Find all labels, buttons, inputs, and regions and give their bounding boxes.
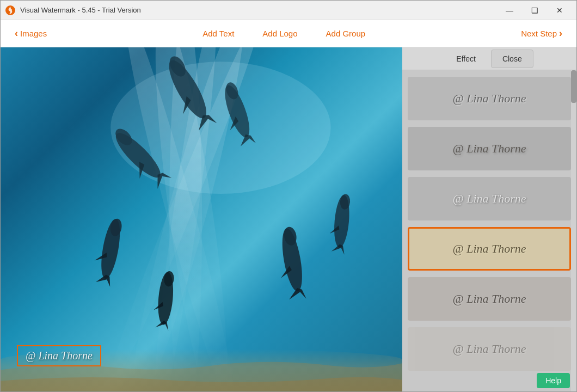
toolbar-right: Next Step › [515, 24, 568, 42]
preset-label-5: @ Lina Thorne [452, 292, 526, 306]
chevron-left-icon: ‹ [15, 28, 18, 39]
preset-item-1[interactable]: @ Lina Thorne [408, 77, 571, 120]
preset-label-4: @ Lina Thorne [452, 242, 526, 256]
add-text-button[interactable]: Add Text [197, 26, 240, 41]
add-logo-button[interactable]: Add Logo [257, 26, 303, 41]
close-tab[interactable]: Close [491, 50, 533, 68]
dolphins-illustration [1, 47, 402, 392]
toolbar-left: ‹ Images [9, 24, 52, 42]
toolbar: ‹ Images Add Text Add Logo Add Group Nex… [1, 20, 576, 47]
watermark-text: @ Lina Thorne [26, 350, 93, 362]
app-icon [5, 5, 16, 16]
chevron-right-icon: › [559, 28, 562, 39]
scrollbar-thumb[interactable] [571, 70, 576, 103]
preset-item-2[interactable]: @ Lina Thorne [408, 127, 571, 170]
maximize-button[interactable]: ❑ [522, 2, 547, 19]
right-panel: Effect Close @ Lina Thorne @ Lina Thorne… [402, 47, 576, 392]
underwater-scene: @ Lina Thorne [1, 47, 402, 392]
title-bar: Visual Watermark - 5.45 - Trial Version … [1, 1, 576, 20]
image-watermark: @ Lina Thorne [17, 345, 101, 366]
preset-item-5[interactable]: @ Lina Thorne [408, 277, 571, 321]
svg-point-1 [111, 62, 330, 194]
preset-item-3[interactable]: @ Lina Thorne [408, 177, 571, 220]
preset-list[interactable]: @ Lina Thorne @ Lina Thorne @ Lina Thorn… [402, 70, 576, 392]
app-title: Visual Watermark - 5.45 - Trial Version [20, 6, 141, 14]
preset-label-3: @ Lina Thorne [452, 192, 526, 206]
main-content: @ Lina Thorne Effect Close @ Lina Thorne… [1, 47, 576, 392]
preset-label-2: @ Lina Thorne [452, 142, 526, 156]
panel-header: Effect Close [402, 47, 576, 70]
minimize-button[interactable]: — [497, 2, 522, 19]
back-images-button[interactable]: ‹ Images [9, 24, 52, 42]
preset-item-4[interactable]: @ Lina Thorne [408, 227, 571, 271]
image-area: @ Lina Thorne [1, 47, 402, 392]
preset-label-6: @ Lina Thorne [452, 342, 526, 356]
toolbar-center: Add Text Add Logo Add Group [197, 26, 371, 41]
effect-tab[interactable]: Effect [445, 50, 487, 68]
title-controls: — ❑ ✕ [497, 2, 572, 19]
preset-label-1: @ Lina Thorne [452, 91, 526, 106]
title-bar-left: Visual Watermark - 5.45 - Trial Version [5, 5, 141, 16]
preset-item-6[interactable]: @ Lina Thorne [408, 327, 571, 371]
help-button[interactable]: Help [537, 373, 570, 388]
add-group-button[interactable]: Add Group [321, 26, 371, 41]
scrollbar-track [571, 70, 576, 392]
next-step-button[interactable]: Next Step › [515, 24, 568, 42]
close-button[interactable]: ✕ [547, 2, 572, 19]
